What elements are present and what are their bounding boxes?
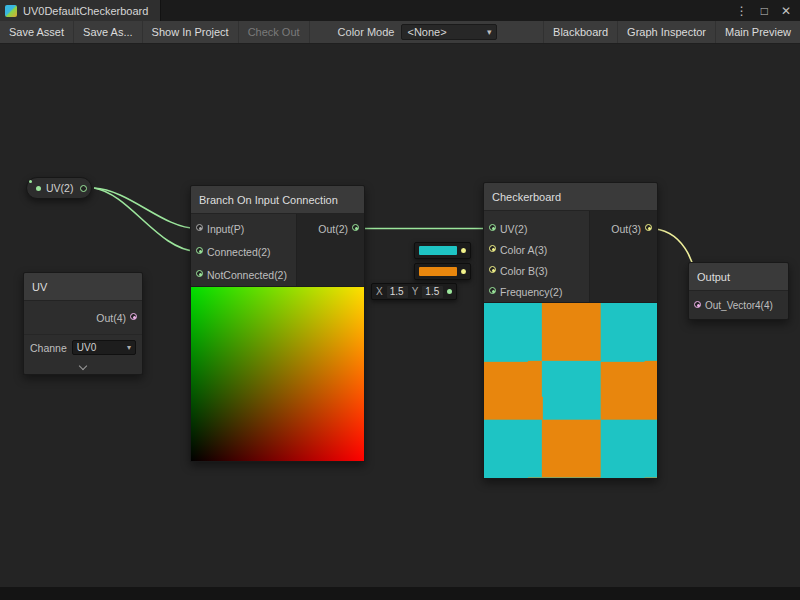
notconnected-port[interactable] <box>196 270 203 277</box>
chevron-down-icon: ▾ <box>127 343 131 352</box>
port-row: Out(3) <box>590 218 657 239</box>
uv-node-output-port[interactable] <box>130 313 137 320</box>
x-axis-label: X <box>376 286 383 297</box>
color-b-swatch[interactable] <box>419 267 457 276</box>
port-row: Input(P) <box>191 217 296 240</box>
branch-node-title: Branch On Input Connection <box>191 186 364 214</box>
graph-inspector-toggle-button[interactable]: Graph Inspector <box>617 21 715 43</box>
property-dot-icon <box>36 186 41 191</box>
port-row: Color B(3) <box>484 260 589 281</box>
frequency-y-input[interactable]: 1.5 <box>422 286 443 298</box>
port-label: Out(4) <box>96 312 126 324</box>
out-vector4-port[interactable] <box>694 301 701 308</box>
toolbar: Save Asset Save As... Show In Project Ch… <box>0 21 800 44</box>
title-bar: UV0DefaultCheckerboard ⋮ □ ✕ <box>0 0 800 21</box>
tab-title: UV0DefaultCheckerboard <box>23 5 148 17</box>
port-row: Out(4) <box>24 301 142 334</box>
port-label: NotConnected(2) <box>207 269 287 281</box>
maximize-icon[interactable]: □ <box>761 5 768 17</box>
frequency-port[interactable] <box>489 287 496 294</box>
checkerboard-node[interactable]: Checkerboard UV(2) Color A(3) Color B(3) <box>483 182 658 479</box>
uv-node[interactable]: UV Out(4) Channe UV0 ▾ <box>23 272 143 375</box>
port-label: Color A(3) <box>500 244 547 256</box>
shadergraph-icon <box>5 5 17 17</box>
port-row: Frequency(2) <box>484 281 589 302</box>
chevron-down-icon <box>79 361 87 369</box>
property-label: UV(2) <box>46 182 73 194</box>
graph-canvas[interactable]: UV(2) UV Out(4) Channe UV0 ▾ Branch <box>0 44 800 587</box>
port-label: Out_Vector4(4) <box>705 300 773 311</box>
save-asset-button[interactable]: Save Asset <box>0 21 74 43</box>
branch-out-port[interactable] <box>352 224 359 231</box>
port-row: UV(2) <box>484 218 589 239</box>
check-out-button[interactable]: Check Out <box>239 21 310 43</box>
kebab-menu-icon[interactable]: ⋮ <box>736 5 748 17</box>
close-icon[interactable]: ✕ <box>781 5 791 17</box>
uv-gradient-preview <box>191 286 364 461</box>
color-mode-dropdown[interactable]: <None> ▾ <box>401 24 497 40</box>
window-controls: ⋮ □ ✕ <box>736 0 800 21</box>
channel-control-row: Channe UV0 ▾ <box>24 334 142 360</box>
edge-uv-to-input[interactable] <box>94 188 197 229</box>
port-label: Out(2) <box>318 223 348 235</box>
port-row: Color A(3) <box>484 239 589 260</box>
output-column: Out(2) <box>296 214 364 286</box>
port-label: UV(2) <box>500 223 527 235</box>
frequency-x-input[interactable]: 1.5 <box>387 286 408 298</box>
input-column: UV(2) Color A(3) Color B(3) Frequency(2) <box>484 211 589 302</box>
blackboard-toggle-button[interactable]: Blackboard <box>543 21 617 43</box>
color-a-field[interactable] <box>414 242 471 259</box>
uv-property-node[interactable]: UV(2) <box>26 177 92 199</box>
toolbar-right-group: Blackboard Graph Inspector Main Preview <box>543 21 800 43</box>
edge-uv-to-connected[interactable] <box>94 188 197 252</box>
main-preview-toggle-button[interactable]: Main Preview <box>715 21 800 43</box>
input-column: Input(P) Connected(2) NotConnected(2) <box>191 214 296 286</box>
checkerboard-preview <box>484 302 657 478</box>
port-label: Connected(2) <box>207 246 271 258</box>
color-b-port[interactable] <box>489 266 496 273</box>
channel-dropdown[interactable]: UV0 ▾ <box>72 340 136 355</box>
frequency-field[interactable]: X 1.5 Y 1.5 <box>371 283 457 300</box>
port-label: Out(3) <box>611 223 641 235</box>
connector-dot-icon <box>461 248 466 253</box>
port-row: Out(2) <box>297 217 364 240</box>
port-row: Connected(2) <box>191 240 296 263</box>
channel-label: Channe <box>30 342 67 354</box>
save-as-button[interactable]: Save As... <box>74 21 143 43</box>
port-label: Frequency(2) <box>500 286 562 298</box>
port-row: Out_Vector4(4) <box>689 291 788 319</box>
input-p-port[interactable] <box>196 224 203 231</box>
show-in-project-button[interactable]: Show In Project <box>143 21 239 43</box>
port-label: Color B(3) <box>500 265 548 277</box>
checkerboard-out-port[interactable] <box>645 224 652 231</box>
output-node[interactable]: Output Out_Vector4(4) <box>688 262 789 320</box>
port-label: Input(P) <box>207 223 244 235</box>
uv-property-output-port[interactable] <box>80 185 87 192</box>
branch-on-input-connection-node[interactable]: Branch On Input Connection Input(P) Conn… <box>190 185 365 462</box>
collapse-preview-button[interactable] <box>24 360 142 374</box>
color-mode-label: Color Mode <box>338 26 395 38</box>
shader-graph-window: UV0DefaultCheckerboard ⋮ □ ✕ Save Asset … <box>0 0 800 600</box>
color-mode-control: Color Mode <None> ▾ <box>338 21 498 43</box>
channel-value: UV0 <box>77 342 96 353</box>
uv-input-port[interactable] <box>489 224 496 231</box>
color-a-port[interactable] <box>489 245 496 252</box>
port-row: NotConnected(2) <box>191 263 296 286</box>
color-mode-value: <None> <box>407 26 446 38</box>
connector-dot-icon <box>447 289 452 294</box>
output-column: Out(3) <box>589 211 657 302</box>
y-axis-label: Y <box>412 286 419 297</box>
color-b-field[interactable] <box>414 263 471 280</box>
chevron-down-icon: ▾ <box>487 27 492 37</box>
checkerboard-node-title: Checkerboard <box>484 183 657 211</box>
connector-dot-icon <box>461 269 466 274</box>
uv-node-title: UV <box>24 273 142 301</box>
color-a-swatch[interactable] <box>419 246 457 255</box>
output-node-title: Output <box>689 263 788 291</box>
graph-tab[interactable]: UV0DefaultCheckerboard <box>0 0 161 21</box>
connected-port[interactable] <box>196 247 203 254</box>
